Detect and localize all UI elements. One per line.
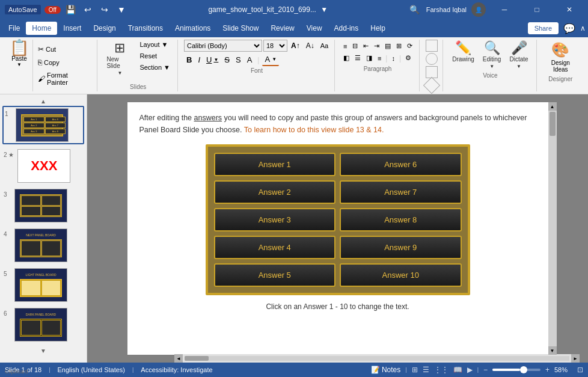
editing-button[interactable]: 🔍 Editing ▼ <box>480 40 504 71</box>
align-center-button[interactable]: ☰ <box>352 53 363 63</box>
view-slideshow-button[interactable]: ▶ <box>467 366 473 374</box>
fit-slide-button[interactable]: ⊡ <box>577 366 583 374</box>
scroll-left-button[interactable]: ◄ <box>174 354 183 363</box>
view-sorter-button[interactable]: ⋮⋮ <box>434 366 449 374</box>
answer-9-button[interactable]: Answer 9 <box>340 236 462 259</box>
align-left-button[interactable]: ◧ <box>341 53 352 63</box>
menu-review[interactable]: Review <box>265 22 300 35</box>
indent-increase-button[interactable]: ⇥ <box>372 41 382 51</box>
new-slide-button[interactable]: ⊞ New Slide ▼ <box>103 40 136 78</box>
font-size-select[interactable]: 18 <box>263 40 287 52</box>
layout-button[interactable]: Layout▼ <box>137 40 173 49</box>
shape-1[interactable] <box>426 40 438 52</box>
shape-4[interactable] <box>423 77 440 94</box>
underline-button[interactable]: U▼ <box>204 54 221 66</box>
copy-button[interactable]: ⎘ Copy <box>35 57 92 68</box>
change-case-button[interactable]: Aa <box>318 41 331 51</box>
line-spacing-button[interactable]: ↕ <box>389 54 397 63</box>
bold-button[interactable]: B <box>184 54 194 66</box>
undo-icon[interactable]: ↩ <box>81 3 94 16</box>
menu-help[interactable]: Help <box>364 22 391 35</box>
cut-button[interactable]: ✂ Cut <box>35 44 92 55</box>
format-painter-button[interactable]: 🖌 Format Painter <box>35 70 92 87</box>
save-icon[interactable]: 💾 <box>64 3 78 16</box>
panel-scroll-up[interactable]: ▲ <box>2 97 84 106</box>
scroll-right-button[interactable]: ► <box>571 354 580 363</box>
view-normal-button[interactable]: ⊞ <box>412 366 418 374</box>
increase-font-button[interactable]: A↑ <box>289 40 302 51</box>
justify-button[interactable]: ≡ <box>375 54 384 63</box>
restore-button[interactable]: □ <box>523 0 551 19</box>
answer-7-button[interactable]: Answer 7 <box>340 180 462 204</box>
paragraph-settings-button[interactable]: ⚙ <box>403 53 414 63</box>
align-right-button[interactable]: ◨ <box>364 53 375 63</box>
answer-5-button[interactable]: Answer 5 <box>214 263 336 287</box>
menu-animations[interactable]: Animations <box>169 22 216 35</box>
zoom-handle[interactable] <box>520 366 527 373</box>
answers-link[interactable]: answers <box>194 114 222 122</box>
scroll-up-button[interactable]: ▲ <box>548 102 557 111</box>
notes-button[interactable]: 📝 Notes <box>371 366 400 374</box>
slide-thumb-4[interactable]: 4 NEXT PANEL BOARD <box>2 227 84 263</box>
design-ideas-button[interactable]: 🎨 Design Ideas <box>543 40 578 75</box>
reset-button[interactable]: Reset <box>137 51 173 61</box>
slide-thumb-6[interactable]: 6 DARK PANEL BOARD <box>2 307 84 343</box>
accessibility-info[interactable]: Accessibility: Investigate <box>141 366 212 373</box>
slide-thumb-5[interactable]: 5 LIGHT PANEL BOARD <box>2 267 84 303</box>
answer-4-button[interactable]: Answer 4 <box>214 236 336 259</box>
zoom-in-button[interactable]: + <box>545 366 550 374</box>
dictate-button[interactable]: 🎤 Dictate ▼ <box>506 40 531 71</box>
indent-decrease-button[interactable]: ⇤ <box>361 41 371 51</box>
numbering-button[interactable]: ⊟ <box>350 41 360 51</box>
autosave-toggle[interactable]: Off <box>44 6 61 14</box>
columns-button[interactable]: ▤ <box>382 41 393 51</box>
shadow-button[interactable]: S <box>233 54 243 66</box>
answer-6-button[interactable]: Answer 6 <box>340 153 462 176</box>
menu-home[interactable]: Home <box>26 22 57 35</box>
zoom-out-button[interactable]: − <box>483 366 488 374</box>
search-icon[interactable]: 🔍 <box>408 3 421 16</box>
customize-icon[interactable]: ▼ <box>115 3 128 16</box>
italic-button[interactable]: I <box>195 54 203 66</box>
view-reading-button[interactable]: 📖 <box>453 366 462 374</box>
close-button[interactable]: ✕ <box>556 0 583 19</box>
section-button[interactable]: Section▼ <box>137 63 173 72</box>
font-color-button[interactable]: A▼ <box>262 54 279 66</box>
answer-1-button[interactable]: Answer 1 <box>214 153 336 176</box>
menu-transitions[interactable]: Transitions <box>122 22 169 35</box>
menu-file[interactable]: File <box>2 22 26 35</box>
collapse-ribbon-icon[interactable]: ∧ <box>580 24 586 32</box>
menu-design[interactable]: Design <box>87 22 121 35</box>
horizontal-scrollbar[interactable]: ◄ ► <box>174 354 580 363</box>
vertical-scrollbar[interactable]: ▲ ▼ <box>548 102 557 355</box>
convert-smartart-button[interactable]: ⟳ <box>405 41 415 51</box>
scroll-down-button[interactable]: ▼ <box>548 346 557 355</box>
answer-3-button[interactable]: Answer 3 <box>214 208 336 231</box>
shape-2[interactable] <box>426 53 438 65</box>
zoom-slider[interactable] <box>492 369 541 371</box>
font-name-select[interactable]: Calibri (Body) <box>184 40 262 52</box>
answer-10-button[interactable]: Answer 10 <box>340 263 462 287</box>
autosave-label[interactable]: AutoSave <box>5 5 41 14</box>
slide-link[interactable]: To learn how to do this view slide 13 & … <box>244 126 384 134</box>
clear-format-button[interactable]: A <box>245 54 255 66</box>
answer-8-button[interactable]: Answer 8 <box>340 208 462 231</box>
scroll-thumb[interactable] <box>550 112 556 136</box>
menu-insert[interactable]: Insert <box>57 22 87 35</box>
text-direction-button[interactable]: ⊞ <box>394 41 404 51</box>
redo-icon[interactable]: ↪ <box>98 3 111 16</box>
share-button[interactable]: Share <box>528 22 559 34</box>
shape-3[interactable] <box>426 66 438 78</box>
decrease-font-button[interactable]: A↓ <box>304 40 317 51</box>
view-outline-button[interactable]: ☰ <box>423 366 429 374</box>
strikethrough-button[interactable]: S <box>222 54 232 66</box>
minimize-button[interactable]: ─ <box>491 0 518 19</box>
slide-thumb-3[interactable]: 3 <box>2 188 84 224</box>
answer-2-button[interactable]: Answer 2 <box>214 180 336 204</box>
drawing-button[interactable]: ✏️ Drawing <box>449 40 477 64</box>
paste-button[interactable]: 📋 Paste ▼ <box>10 40 33 91</box>
hscroll-thumb[interactable] <box>185 356 209 361</box>
menu-view[interactable]: View <box>301 22 328 35</box>
title-dropdown[interactable]: ▼ <box>320 5 328 14</box>
user-avatar[interactable]: 👤 <box>471 2 486 17</box>
